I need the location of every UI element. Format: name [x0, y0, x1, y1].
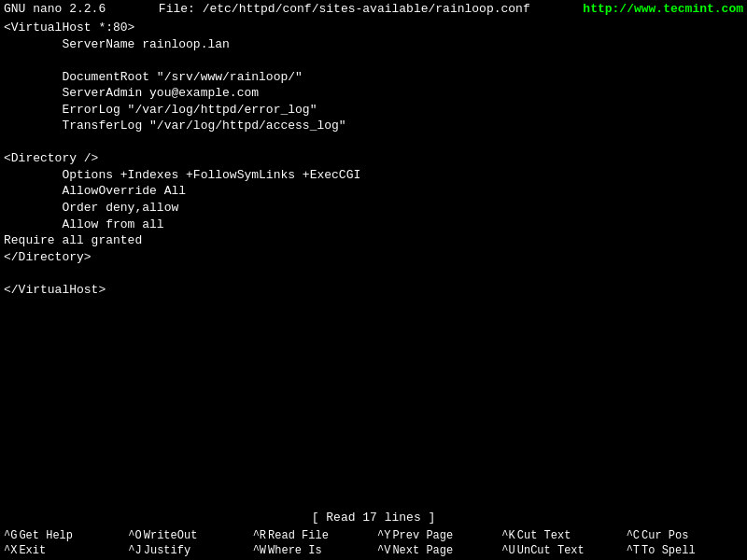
footer-shortcut-11: ^T To Spell	[623, 543, 747, 558]
footer-shortcut-4: ^K Cut Text	[498, 528, 622, 543]
footer-label-8: Where Is	[268, 544, 322, 557]
footer-label-7: Justify	[144, 544, 190, 557]
footer-key-6: ^X	[4, 544, 17, 557]
footer-key-0: ^G	[4, 529, 17, 542]
footer-shortcut-2: ^R Read File	[249, 528, 374, 543]
footer-shortcut-1: ^O WriteOut	[124, 528, 248, 543]
footer-shortcut-0: ^G Get Help	[0, 528, 124, 543]
footer-key-1: ^O	[128, 529, 141, 542]
footer-key-8: ^W	[253, 544, 266, 557]
footer-shortcut-6: ^X Exit	[0, 543, 124, 558]
footer-key-9: ^V	[377, 544, 390, 557]
footer-shortcut-3: ^Y Prev Page	[374, 528, 498, 543]
footer-label-11: To Spell	[641, 544, 696, 557]
footer-label-9: Next Page	[392, 544, 453, 557]
footer-key-5: ^C	[627, 529, 640, 542]
footer-label-6: Exit	[19, 544, 46, 557]
header-bar: GNU nano 2.2.6 File: /etc/httpd/conf/sit…	[0, 0, 747, 18]
footer-label-1: WriteOut	[144, 529, 198, 542]
footer-key-10: ^U	[501, 544, 514, 557]
watermark: http://www.tecmint.com	[583, 2, 743, 16]
footer-shortcut-8: ^W Where Is	[249, 543, 374, 558]
footer-label-5: Cur Pos	[641, 529, 688, 542]
footer-shortcut-5: ^C Cur Pos	[623, 528, 747, 543]
file-path: File: /etc/httpd/conf/sites-available/ra…	[106, 2, 583, 16]
footer-shortcut-10: ^U UnCut Text	[498, 543, 622, 558]
footer-label-0: Get Help	[19, 529, 73, 542]
footer-label-3: Prev Page	[392, 529, 453, 542]
footer-key-2: ^R	[253, 529, 266, 542]
footer-key-7: ^J	[128, 544, 141, 557]
app-name: GNU nano 2.2.6	[4, 2, 106, 16]
status-message: [ Read 17 lines ]	[312, 511, 436, 525]
footer-label-2: Read File	[268, 529, 329, 542]
footer-shortcut-7: ^J Justify	[124, 543, 248, 558]
editor-content[interactable]: <VirtualHost *:80> ServerName rainloop.l…	[0, 18, 747, 509]
footer-key-4: ^K	[501, 529, 514, 542]
footer-label-10: UnCut Text	[517, 544, 585, 557]
footer-shortcut-9: ^V Next Page	[374, 543, 498, 558]
terminal: GNU nano 2.2.6 File: /etc/httpd/conf/sit…	[0, 0, 747, 560]
footer-key-11: ^T	[627, 544, 640, 557]
footer-label-4: Cut Text	[517, 529, 571, 542]
footer-key-3: ^Y	[377, 529, 390, 542]
status-bar: [ Read 17 lines ]	[0, 509, 747, 526]
footer-shortcuts: ^G Get Help^O WriteOut^R Read File^Y Pre…	[0, 526, 747, 560]
